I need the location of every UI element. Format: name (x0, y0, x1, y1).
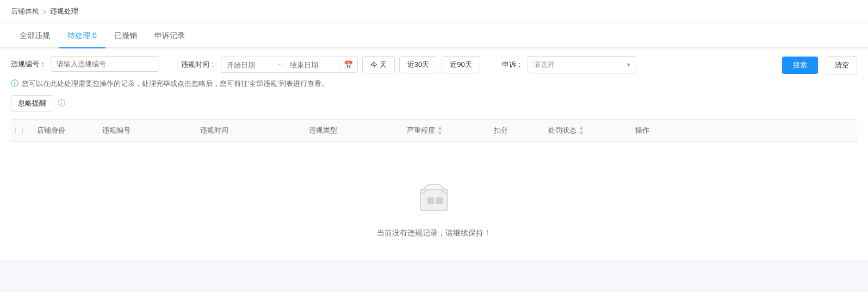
calendar-icon[interactable]: 📅 (339, 57, 357, 72)
table-section: 店铺身份 违规编号 违规时间 违规类型 严重程度 ▲▼ 扣分 处罚状态 ▲▼ (0, 119, 868, 260)
th-shop: 店铺身份 (33, 126, 98, 135)
main-card: 全部违规 待处理 0 已撤销 申诉记录 违规编号： 违规时间： ~ (0, 23, 868, 260)
date-end-input[interactable] (284, 58, 339, 72)
breadcrumb-parent: 店铺体检 (11, 7, 39, 16)
ignore-remind-button[interactable]: 忽略提醒 (11, 95, 53, 111)
last90-btn[interactable]: 近90天 (442, 56, 480, 73)
th-deduction: 扣分 (489, 126, 544, 135)
svg-rect-2 (436, 197, 443, 204)
appeal-label: 申诉： (502, 60, 523, 70)
date-range-picker[interactable]: ~ 📅 (221, 57, 358, 73)
today-btn[interactable]: 今 天 (362, 56, 395, 73)
th-type: 违规类型 (305, 126, 402, 135)
info-banner: ⓘ 您可以在此处处理需要您操作的记录，处理完毕或点击忽略后，您可前往'全部违规'… (0, 74, 868, 93)
empty-text: 当前没有违规记录，请继续保持！ (377, 228, 491, 238)
tab-all[interactable]: 全部违规 (11, 23, 59, 47)
clear-button[interactable]: 清空 (827, 56, 857, 74)
breadcrumb-current: 违规处理 (50, 7, 78, 16)
violation-time-label: 违规时间： (181, 60, 216, 70)
svg-rect-1 (427, 197, 434, 204)
violation-code-input[interactable] (51, 56, 159, 72)
empty-icon (412, 175, 456, 220)
ignore-section: 忽略提醒 ⓘ (0, 93, 868, 119)
page-wrapper: 店铺体检 > 违规处理 全部违规 待处理 0 已撤销 申诉记录 违规编号： (0, 0, 868, 292)
th-time: 违规时间 (196, 126, 305, 135)
status-sort-icon: ▲▼ (579, 125, 584, 136)
tab-pending[interactable]: 待处理 0 (59, 23, 106, 47)
violation-code-label: 违规编号： (11, 59, 46, 69)
violation-code-group: 违规编号： (11, 56, 159, 72)
empty-state: 当前没有违规记录，请继续保持！ (11, 142, 857, 260)
filter-area: 违规编号： 违规时间： ~ 📅 今 天 近30天 近90天 申诉： 请选择 (0, 48, 868, 74)
th-status[interactable]: 处罚状态 ▲▼ (544, 125, 631, 136)
last30-btn[interactable]: 近30天 (399, 56, 437, 73)
breadcrumb-separator: > (42, 8, 47, 16)
breadcrumb: 店铺体检 > 违规处理 (0, 0, 868, 23)
th-checkbox (11, 127, 33, 134)
th-severity[interactable]: 严重程度 ▲▼ (402, 125, 489, 136)
tab-appeal[interactable]: 申诉记录 (146, 23, 194, 47)
appeal-select-value: 请选择 (534, 60, 555, 70)
info-icon: ⓘ (11, 79, 18, 89)
violation-time-group: 违规时间： ~ 📅 今 天 近30天 近90天 (181, 56, 480, 73)
appeal-select[interactable]: 请选择 ▾ (528, 56, 636, 73)
th-code: 违规编号 (98, 126, 196, 135)
table-header: 店铺身份 违规编号 违规时间 违规类型 严重程度 ▲▼ 扣分 处罚状态 ▲▼ (11, 119, 857, 142)
tab-revoked[interactable]: 已撤销 (106, 23, 146, 47)
tabs-bar: 全部违规 待处理 0 已撤销 申诉记录 (0, 23, 868, 48)
chevron-down-icon: ▾ (627, 61, 630, 69)
search-area: 搜索 清空 (782, 56, 857, 74)
select-all-checkbox[interactable] (15, 127, 23, 134)
appeal-group: 申诉： 请选择 ▾ (502, 56, 636, 73)
question-icon[interactable]: ⓘ (58, 98, 65, 108)
date-start-input[interactable] (221, 58, 276, 72)
search-button[interactable]: 搜索 (782, 57, 818, 74)
th-action: 操作 (631, 126, 685, 135)
info-text: 您可以在此处处理需要您操作的记录，处理完毕或点击忽略后，您可前往'全部违规'列表… (22, 79, 328, 89)
severity-sort-icon: ▲▼ (437, 125, 443, 136)
